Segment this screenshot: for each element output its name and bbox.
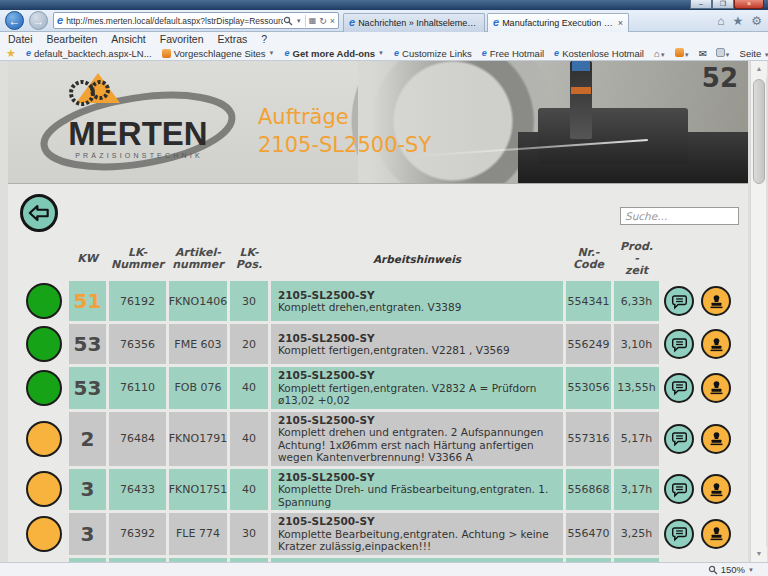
header-kw: KW [69, 241, 106, 277]
favorite-default-backtech[interactable]: edefault_backtech.aspx-LN... [26, 48, 152, 59]
home-icon[interactable]: ⌂ [717, 14, 724, 28]
lk-nummer-cell: 76392 [109, 513, 166, 555]
lk-pos-cell: 40 [230, 412, 268, 466]
scroll-up-icon[interactable]: ▲ [751, 61, 767, 77]
status-bar: 150% ▼ [0, 562, 768, 576]
mail-icon[interactable]: ✉ [699, 48, 707, 59]
tools-gear-icon[interactable]: ⚙ [751, 14, 762, 28]
stamp-icon [708, 430, 725, 447]
lk-pos-cell: 30 [230, 513, 268, 555]
menu-bearbeiten[interactable]: Bearbeiten [47, 33, 98, 45]
menu-datei[interactable]: Datei [8, 33, 33, 45]
minimize-button[interactable]: – [690, 0, 712, 9]
speech-bubble-icon [671, 293, 688, 310]
maximize-button[interactable]: ❐ [712, 0, 734, 9]
comment-button[interactable] [664, 329, 694, 359]
refresh-icon[interactable]: ↻ [319, 16, 327, 26]
address-bar[interactable]: e ▼ ▦ ↻ × [53, 12, 339, 29]
search-icon[interactable] [283, 16, 293, 26]
lk-nummer-cell: 76356 [109, 324, 166, 364]
stamp-button[interactable] [701, 424, 731, 454]
status-indicator [26, 421, 62, 457]
stamp-button[interactable] [701, 373, 731, 403]
favorites-bar: ★ edefault_backtech.aspx-LN... Vorgeschl… [0, 46, 768, 61]
arbeitshinweis-cell: 2105-SL2500-SY Komplette Dreh- und Fräsb… [271, 469, 563, 511]
lk-pos-cell: 20 [230, 324, 268, 364]
kw-cell: 2 [69, 412, 106, 466]
window-titlebar: – ❐ × [0, 0, 768, 10]
search-dropdown-caret-icon[interactable]: ▼ [296, 18, 302, 24]
page-title-line1: Aufträge [258, 103, 431, 131]
tab-nachrichten[interactable]: e Nachrichten » Inhaltselement I... [343, 13, 485, 32]
nr-code-cell: 553056 [566, 367, 611, 409]
menu-hilfe[interactable]: ? [261, 33, 267, 45]
auftrag-note: Komplett fertigen,entgraten. V2832 A = P… [278, 382, 556, 407]
artikel-nummer-cell: FKNO1406 [169, 281, 227, 321]
kw-cell: 53 [69, 367, 106, 409]
stamp-button[interactable] [701, 329, 731, 359]
status-indicator [26, 516, 62, 552]
menu-ansicht[interactable]: Ansicht [111, 33, 145, 45]
nr-code-cell: 556868 [566, 469, 611, 511]
auftrag-note: Komplette Bearbeitung,entgraten. Achtung… [278, 528, 556, 553]
vertical-scrollbar[interactable]: ▲ ▼ [750, 61, 766, 562]
prod-zeit-cell: 5,17h [614, 412, 659, 466]
back-nav-button[interactable]: ← [5, 11, 24, 30]
table-row: 3 76392 FLE 774 30 2105-SL2500-SY Komple… [22, 513, 748, 555]
auftrag-title: 2105-SL2500-SY [278, 471, 375, 484]
comment-button[interactable] [664, 424, 694, 454]
zoom-control[interactable]: 150% ▼ [708, 564, 754, 575]
table-row: 2 76484 FKNO1791 40 2105-SL2500-SY Kompl… [22, 412, 748, 466]
menu-extras[interactable]: Extras [218, 33, 248, 45]
stamp-icon [708, 481, 725, 498]
command-seite[interactable]: Seite ▼ [740, 48, 768, 59]
home-icon[interactable]: ⌂▼ [654, 48, 666, 59]
merten-logo: MERTEN PRÄZISIONSTECHNIK [26, 71, 256, 177]
prod-zeit-cell: 13,55h [614, 367, 659, 409]
stop-icon[interactable]: × [330, 16, 335, 26]
favorites-star-icon[interactable]: ★ [732, 14, 743, 28]
comment-button[interactable] [664, 286, 694, 316]
stamp-icon [708, 525, 725, 542]
comment-button[interactable] [664, 519, 694, 549]
stamp-button[interactable] [701, 519, 731, 549]
menu-favoriten[interactable]: Favoriten [160, 33, 204, 45]
comment-button[interactable] [664, 373, 694, 403]
arbeitshinweis-cell: 2105-SL2500-SY Komplett drehen,entgraten… [271, 281, 563, 321]
tab-close-icon[interactable]: × [618, 18, 623, 28]
artikel-nummer-cell: FKNO1791 [169, 412, 227, 466]
close-button[interactable]: × [734, 0, 764, 9]
feed-icon[interactable]: ▼ [675, 48, 690, 59]
comment-button[interactable] [664, 474, 694, 504]
speech-bubble-icon [671, 379, 688, 396]
ie-favicon: e [482, 48, 487, 58]
favorite-get-addons[interactable]: eGet more Add-ons▼ [285, 48, 384, 59]
favorite-kostenlose-hotmail[interactable]: eKostenlose Hotmail [554, 48, 644, 59]
auftrag-note: Komplette Dreh- und Fräsbearbeitung,entg… [278, 483, 556, 508]
back-page-button[interactable] [20, 194, 58, 232]
favorite-customize-links[interactable]: eCustomize Links [394, 48, 472, 59]
page-title-line2: 2105-SL2500-SY [258, 131, 431, 159]
speech-bubble-icon [671, 481, 688, 498]
compatibility-icon[interactable]: ▦ [309, 16, 317, 25]
artikel-nummer-cell: FKNO1751 [169, 469, 227, 511]
nr-code-cell: 556249 [566, 324, 611, 364]
favorite-vorgeschlagene-sites[interactable]: Vorgeschlagene Sites▼ [162, 48, 275, 59]
page-header: 52 MERTEN PRÄZISIONSTECHNIK Aufträge 210… [8, 61, 748, 184]
tab-mes[interactable]: e Manufacturing Execution S... × [487, 13, 629, 32]
ie-favicon: e [394, 48, 399, 58]
stamp-button[interactable] [701, 286, 731, 316]
search-input[interactable] [620, 207, 739, 225]
nr-code-cell: 556470 [566, 513, 611, 555]
scrollbar-thumb[interactable] [753, 79, 765, 184]
scroll-down-icon[interactable]: ▼ [751, 546, 767, 562]
favorite-free-hotmail[interactable]: eFree Hotmail [482, 48, 544, 59]
arbeitshinweis-cell: 2105-SL2500-SY Komplett drehen und entgr… [271, 412, 563, 466]
forward-nav-button[interactable]: → [29, 11, 48, 30]
favorites-add-star-icon[interactable]: ★ [6, 47, 16, 60]
url-input[interactable] [66, 16, 283, 26]
zoom-caret-icon[interactable]: ▼ [748, 567, 754, 573]
stamp-icon [708, 336, 725, 353]
print-icon[interactable]: ▼ [716, 48, 731, 59]
stamp-button[interactable] [701, 474, 731, 504]
